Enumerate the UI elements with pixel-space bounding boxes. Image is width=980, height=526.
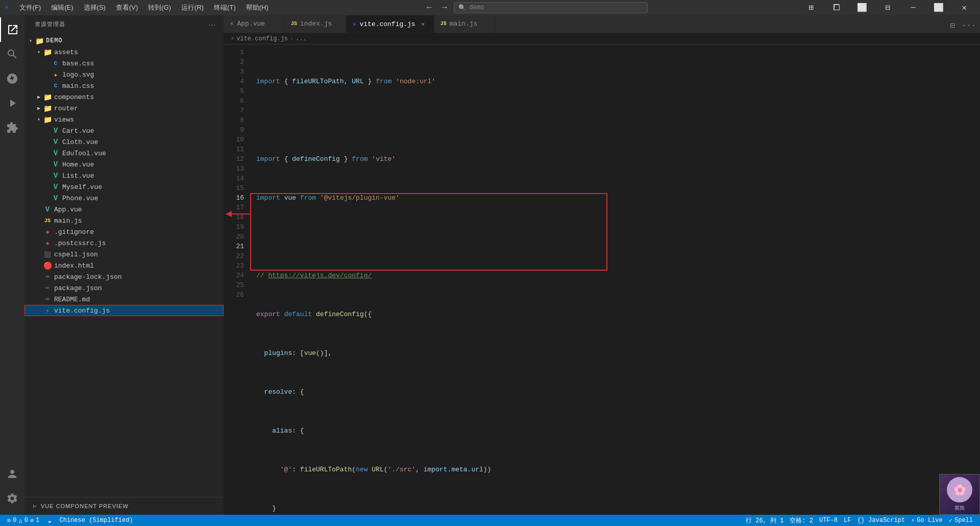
status-golive[interactable]: ⚡ Go Live xyxy=(908,515,946,526)
tabs-bar: ⚡ App.vue JS index.js ⚡ vite.config.js ✕… xyxy=(224,15,980,33)
panel-toggle-btn[interactable]: ⧠ xyxy=(825,0,848,15)
tabs-right-controls: ⊟ ··· xyxy=(941,18,980,33)
tree-item-cspell[interactable]: ▾ ⬛ cspell.json xyxy=(24,249,224,260)
status-encoding[interactable]: UTF-8 xyxy=(816,515,841,526)
status-lang[interactable]: {} JavaScript xyxy=(854,515,908,526)
vite-file-icon: ⚡ xyxy=(43,306,52,315)
tree-item-cart-vue[interactable]: ▾ V Cart.vue xyxy=(24,125,224,136)
tree-item-postcssrc[interactable]: ▾ ◈ .postcssrc.js xyxy=(24,237,224,249)
code-content[interactable]: import { fileURLToPath, URL } from 'node… xyxy=(250,44,980,515)
nav-back-btn[interactable]: ← xyxy=(424,2,435,13)
layout-btn[interactable]: ⊟ xyxy=(876,0,899,15)
language-label: Chinese (Simplified) xyxy=(60,517,133,524)
tree-item-logo-svg[interactable]: ▾ ✦ logo.svg xyxy=(24,69,224,80)
explorer-activity-icon[interactable] xyxy=(0,17,24,42)
search-activity-icon[interactable] xyxy=(0,42,24,66)
code-editor: 1 2 3 4 5 6 7 8 9 10 11 12 13 14 15 16 1… xyxy=(224,44,980,515)
tabs-more-btn[interactable]: ··· xyxy=(962,18,976,33)
tree-item-phone-vue[interactable]: ▾ V Phone.vue xyxy=(24,193,224,204)
menu-run[interactable]: 运行(R) xyxy=(177,2,208,13)
status-info-count: 1 xyxy=(36,517,39,524)
tree-item-main-css[interactable]: ▾ C main.css xyxy=(24,80,224,91)
maximize-btn[interactable]: ⬜ xyxy=(927,0,950,15)
css-file-icon2: C xyxy=(51,83,60,89)
close-btn[interactable]: ✕ xyxy=(952,0,976,15)
status-cursor[interactable]: 行 26, 列 1 xyxy=(743,515,787,526)
status-errors[interactable]: ⊘ 0 △ 0 ⊘ 1 xyxy=(4,515,42,526)
debug-activity-icon[interactable] xyxy=(0,91,24,115)
breadcrumb-file[interactable]: ⚡ vite.config.js xyxy=(231,35,288,42)
tree-item-package-lock[interactable]: ▾ ═ package-lock.json xyxy=(24,271,224,282)
tab-app-vue[interactable]: ⚡ App.vue xyxy=(224,15,285,33)
split-editor-btn[interactable]: ⊟ xyxy=(945,18,960,33)
vue-file-icon6: V xyxy=(51,183,60,191)
tree-item-list-vue[interactable]: ▾ V List.vue xyxy=(24,170,224,181)
sidebar-more-icon[interactable]: ··· xyxy=(207,19,217,30)
vue-file-icon: V xyxy=(51,127,60,135)
sidebar: 资源管理器 ··· ▾ 📁 DEMO ▾ 📁 assets xyxy=(24,15,224,515)
status-eol[interactable]: LF xyxy=(841,515,854,526)
css-file-icon: C xyxy=(51,60,60,66)
menu-file[interactable]: 文件(F) xyxy=(15,2,45,13)
package-file-icon: ═ xyxy=(43,284,52,292)
search-bar[interactable]: 🔍 demo xyxy=(454,2,648,13)
root-folder-label: DEMO xyxy=(46,37,63,44)
tree-item-cloth-vue[interactable]: ▾ V Cloth.vue xyxy=(24,136,224,148)
git-branch-icon: ☁ xyxy=(47,517,51,524)
tree-root-folder[interactable]: ▾ 📁 DEMO xyxy=(24,35,224,46)
base-css-label: base.css xyxy=(62,60,94,67)
views-expand-arrow: ▾ xyxy=(35,116,43,123)
tree-item-views[interactable]: ▾ 📁 views xyxy=(24,114,224,125)
tab-appvue-icon: ⚡ xyxy=(230,19,234,28)
status-indent[interactable]: 空格: 2 xyxy=(787,515,816,526)
tab-index-js[interactable]: JS index.js xyxy=(285,15,346,33)
root-expand-arrow: ▾ xyxy=(27,38,35,44)
tree-item-readme[interactable]: ▾ ═ README.md xyxy=(24,294,224,305)
menu-goto[interactable]: 转到(G) xyxy=(144,2,175,13)
tab-main-js[interactable]: JS main.js xyxy=(434,15,496,33)
tree-item-base-css[interactable]: ▾ C base.css xyxy=(24,58,224,69)
sidebar-toggle-btn[interactable]: ⬜ xyxy=(850,0,874,15)
tree-item-package-json[interactable]: ▾ ═ package.json xyxy=(24,282,224,294)
tree-item-myself-vue[interactable]: ▾ V Myself.vue xyxy=(24,181,224,193)
tree-item-router[interactable]: ▶ 📁 router xyxy=(24,103,224,114)
golive-icon: ⚡ xyxy=(911,517,915,524)
main-css-label: main.css xyxy=(62,82,94,90)
tree-item-assets[interactable]: ▾ 📁 assets xyxy=(24,46,224,58)
menu-select[interactable]: 选择(S) xyxy=(80,2,110,13)
status-language-mode[interactable]: Chinese (Simplified) xyxy=(57,515,136,526)
svg-file-icon: ✦ xyxy=(51,70,60,79)
menu-view[interactable]: 查看(V) xyxy=(112,2,142,13)
git-activity-icon[interactable] xyxy=(0,66,24,91)
menu-edit[interactable]: 编辑(E) xyxy=(47,2,77,13)
vue-preview-panel[interactable]: ▷ VUE COMPONENT PREVIEW xyxy=(24,497,224,515)
settings-activity-icon[interactable] xyxy=(0,486,24,511)
menu-help[interactable]: 帮助(H) xyxy=(242,2,273,13)
tree-item-main-js[interactable]: ▾ JS main.js xyxy=(24,215,224,226)
nav-forward-btn[interactable]: → xyxy=(439,2,450,13)
tree-item-index-html[interactable]: ▾ 🔴 index.html xyxy=(24,260,224,271)
tree-item-edutool-vue[interactable]: ▾ V EduTool.vue xyxy=(24,148,224,159)
tree-item-vite-config[interactable]: ▾ ⚡ vite.config.js xyxy=(24,305,224,316)
tree-item-components[interactable]: ▶ 📁 components xyxy=(24,91,224,103)
status-git[interactable]: ☁ xyxy=(44,515,54,526)
tree-item-home-vue[interactable]: ▾ V Home.vue xyxy=(24,159,224,170)
accounts-activity-icon[interactable] xyxy=(0,462,24,486)
tree-item-gitignore[interactable]: ▾ ◈ .gitignore xyxy=(24,226,224,237)
title-bar-left: ⚡ 文件(F) 编辑(E) 选择(S) 查看(V) 转到(G) 运行(R) 终端… xyxy=(4,2,273,13)
menu-terminal[interactable]: 终端(T) xyxy=(210,2,240,13)
minimize-btn[interactable]: — xyxy=(901,0,925,15)
status-errors-count: 0 xyxy=(13,517,16,524)
tree-item-app-vue[interactable]: ▾ V App.vue xyxy=(24,204,224,215)
layout-toggle-btn[interactable]: ⊞ xyxy=(799,0,823,15)
lock-file-icon: ═ xyxy=(43,273,52,280)
list-vue-label: List.vue xyxy=(62,172,94,180)
package-json-label: package.json xyxy=(54,284,102,292)
tab-appvue-label: App.vue xyxy=(237,20,265,28)
tab-viteconfig-close[interactable]: ✕ xyxy=(419,19,428,29)
tab-vite-config[interactable]: ⚡ vite.config.js ✕ xyxy=(346,15,434,33)
breadcrumb-more[interactable]: ... xyxy=(296,35,307,42)
package-lock-label: package-lock.json xyxy=(54,273,122,281)
status-spell[interactable]: ✓ Spell xyxy=(946,515,976,526)
extensions-activity-icon[interactable] xyxy=(0,115,24,140)
